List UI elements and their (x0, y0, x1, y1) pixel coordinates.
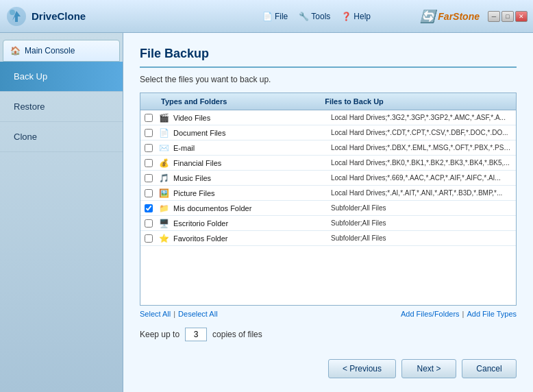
row-files-7: Subfolder;All Files (327, 219, 516, 227)
row-icon-8: ⭐ (157, 234, 171, 243)
table-row: ⭐ Favoritos Folder Subfolder;All Files (140, 231, 516, 246)
checkbox-7[interactable] (145, 219, 153, 228)
maximize-button[interactable]: □ (501, 11, 514, 22)
keep-copies-row: Keep up to copies of files (140, 328, 517, 341)
file-table: Types and Folders Files to Back Up 🎬 Vid… (140, 93, 517, 306)
row-files-0: Local Hard Drives;*.3G2,*.3GP,*.3GP2,*.A… (327, 114, 516, 121)
deselect-all-link[interactable]: Deselect All (178, 310, 217, 318)
table-footer: Select All | Deselect All Add Files/Fold… (140, 310, 517, 318)
checkbox-3[interactable] (145, 159, 153, 167)
content-area: File Backup Select the files you want to… (123, 33, 533, 392)
row-icon-1: 📄 (157, 128, 171, 138)
app-title: DriveClone (32, 10, 86, 22)
row-type-1: Document Files (171, 129, 327, 137)
row-type-2: E-mail (171, 144, 327, 152)
next-button[interactable]: Next > (401, 359, 456, 378)
checkbox-0[interactable] (145, 114, 153, 122)
row-icon-6: 📁 (157, 204, 171, 213)
keep-copies-label-before: Keep up to (140, 330, 179, 339)
previous-button[interactable]: < Previous (328, 359, 396, 378)
table-row: 🎬 Video Files Local Hard Drives;*.3G2,*.… (140, 110, 516, 125)
menu-tools[interactable]: 🔧 Tools (299, 12, 330, 21)
row-type-5: Picture Files (171, 189, 327, 197)
checkbox-1[interactable] (145, 129, 153, 137)
table-header: Types and Folders Files to Back Up (140, 93, 516, 110)
row-checkbox-0[interactable] (140, 114, 157, 122)
sidebar: 🏠 Main Console Back Up Restore Clone (0, 33, 123, 392)
select-all-link[interactable]: Select All (140, 310, 171, 318)
add-files-link[interactable]: Add Files/Folders (401, 310, 460, 318)
footer-right: Add Files/Folders | Add File Types (401, 310, 517, 318)
row-icon-0: 🎬 (157, 113, 171, 123)
row-checkbox-2[interactable] (140, 144, 157, 152)
minimize-button[interactable]: ─ (488, 11, 500, 22)
row-checkbox-8[interactable] (140, 234, 157, 243)
row-type-4: Music Files (171, 174, 327, 182)
checkbox-6[interactable] (145, 204, 153, 212)
row-files-8: Subfolder;All Files (327, 234, 516, 242)
checkbox-8[interactable] (145, 234, 153, 243)
table-row: 🖥️ Escritorio Folder Subfolder;All Files (140, 216, 516, 231)
table-row: 📄 Document Files Local Hard Drives;*.CDT… (140, 125, 516, 140)
sidebar-item-restore[interactable]: Restore (0, 92, 123, 122)
row-files-5: Local Hard Drives;*.AI,*.AIT,*.ANI,*.ART… (327, 189, 516, 197)
table-row: ✉️ E-mail Local Hard Drives;*.DBX,*.EML,… (140, 140, 516, 156)
checkbox-5[interactable] (145, 189, 153, 197)
add-types-link[interactable]: Add File Types (467, 310, 517, 318)
row-files-2: Local Hard Drives;*.DBX,*.EML,*.MSG,*.OF… (327, 144, 516, 151)
cancel-button[interactable]: Cancel (462, 359, 517, 378)
row-files-1: Local Hard Drives;*.CDT,*.CPT,*.CSV,*.DB… (327, 129, 516, 136)
row-type-7: Escritorio Folder (171, 219, 327, 228)
row-type-6: Mis documentos Folder (171, 204, 327, 212)
header-files: Files to Back Up (321, 96, 516, 107)
menu-bar: 📄 File 🔧 Tools ❓ Help (213, 12, 421, 21)
row-files-4: Local Hard Drives;*.669,*.AAC,*.ACP,*.AI… (327, 174, 516, 182)
app-logo: DriveClone (5, 5, 213, 27)
svg-point-1 (10, 10, 15, 15)
keep-copies-label-after: copies of files (212, 330, 262, 339)
close-button[interactable]: ✕ (515, 11, 528, 22)
sidebar-item-clone[interactable]: Clone (0, 122, 123, 152)
logo-icon (5, 5, 27, 27)
main-layout: 🏠 Main Console Back Up Restore Clone Fil… (0, 33, 533, 392)
farstone-logo: 🔄 FarStone (420, 9, 480, 24)
sidebar-item-backup[interactable]: Back Up (0, 62, 123, 92)
copies-input[interactable] (185, 328, 207, 341)
header-check (140, 96, 157, 107)
table-body: 🎬 Video Files Local Hard Drives;*.3G2,*.… (140, 110, 516, 305)
row-files-6: Subfolder;All Files (327, 204, 516, 212)
page-title: File Backup (140, 47, 517, 68)
row-checkbox-3[interactable] (140, 159, 157, 167)
row-type-8: Favoritos Folder (171, 234, 327, 243)
farstone-icon: 🔄 (420, 9, 435, 24)
table-row: 📁 Mis documentos Folder Subfolder;All Fi… (140, 201, 516, 216)
row-files-3: Local Hard Drives;*.BK0,*.BK1,*.BK2,*.BK… (327, 159, 516, 167)
row-icon-2: ✉️ (157, 143, 171, 153)
checkbox-4[interactable] (145, 174, 153, 182)
home-icon: 🏠 (10, 46, 21, 56)
row-icon-7: 🖥️ (157, 219, 171, 228)
row-icon-4: 🎵 (157, 173, 171, 183)
row-type-3: Financial Files (171, 159, 327, 167)
window-controls: ─ □ ✕ (488, 11, 528, 22)
bottom-bar: < Previous Next > Cancel (140, 352, 517, 378)
row-icon-3: 💰 (157, 158, 171, 168)
table-row: 💰 Financial Files Local Hard Drives;*.BK… (140, 156, 516, 171)
row-checkbox-6[interactable] (140, 204, 157, 212)
row-checkbox-1[interactable] (140, 129, 157, 137)
row-checkbox-7[interactable] (140, 219, 157, 228)
table-row: 🖼️ Picture Files Local Hard Drives;*.AI,… (140, 186, 516, 201)
row-checkbox-4[interactable] (140, 174, 157, 182)
menu-file[interactable]: 📄 File (262, 12, 288, 21)
checkbox-2[interactable] (145, 144, 153, 152)
footer-left: Select All | Deselect All (140, 310, 218, 318)
header-type: Types and Folders (157, 96, 321, 107)
sidebar-item-main-console[interactable]: 🏠 Main Console (3, 40, 120, 62)
row-icon-5: 🖼️ (157, 188, 171, 198)
title-bar: DriveClone 📄 File 🔧 Tools ❓ Help 🔄 FarSt… (0, 0, 533, 33)
table-row: 🎵 Music Files Local Hard Drives;*.669,*.… (140, 171, 516, 186)
instruction-text: Select the files you want to back up. (140, 75, 517, 84)
row-type-0: Video Files (171, 114, 327, 122)
menu-help[interactable]: ❓ Help (341, 12, 371, 21)
row-checkbox-5[interactable] (140, 189, 157, 197)
